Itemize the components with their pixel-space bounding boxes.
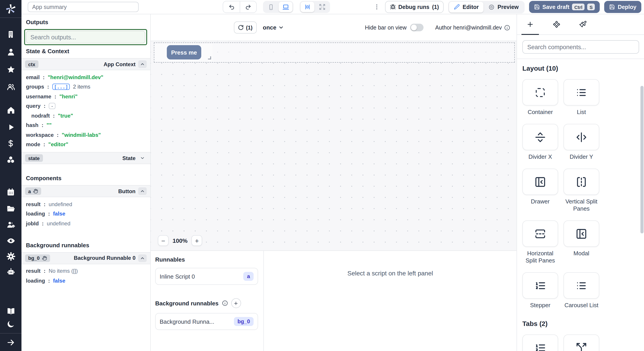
calendar-icon[interactable] bbox=[6, 187, 16, 197]
save-draft-button[interactable]: Save draft Ctrl S bbox=[529, 1, 600, 13]
building-icon[interactable] bbox=[6, 30, 16, 39]
chevron-up-icon bbox=[140, 62, 145, 66]
component-card-modal[interactable]: Modal bbox=[564, 220, 599, 264]
component-card-list[interactable]: List bbox=[564, 79, 599, 116]
center-layout-button[interactable] bbox=[300, 2, 314, 12]
ctx-section-header[interactable]: ctx App Context bbox=[22, 58, 150, 70]
search-components-input[interactable] bbox=[522, 40, 639, 54]
state-badge: state bbox=[25, 154, 43, 162]
info-icon bbox=[504, 24, 510, 31]
dollar-icon[interactable] bbox=[6, 138, 16, 148]
users-settings-icon[interactable] bbox=[6, 220, 16, 230]
editor-tab[interactable]: Editor bbox=[449, 2, 484, 12]
star-icon[interactable] bbox=[6, 64, 16, 74]
windmill-logo-icon[interactable] bbox=[5, 3, 16, 15]
eye-icon[interactable] bbox=[6, 236, 16, 246]
info-icon bbox=[222, 300, 228, 306]
inline-script-item[interactable]: Inline Script 0 a bbox=[155, 268, 258, 285]
state-context-heading: State & Context bbox=[26, 48, 146, 54]
components-heading: Components bbox=[26, 175, 146, 182]
deploy-button[interactable]: Deploy bbox=[604, 1, 641, 13]
play-icon[interactable] bbox=[6, 122, 16, 132]
resize-handle[interactable] bbox=[208, 56, 211, 60]
zoom-in-button[interactable]: + bbox=[192, 235, 202, 246]
book-open-icon[interactable] bbox=[6, 306, 16, 316]
divider-y-icon bbox=[576, 131, 587, 143]
bug-icon bbox=[390, 4, 396, 10]
chevron-up-icon bbox=[140, 256, 145, 260]
settings-gear-icon[interactable] bbox=[6, 251, 16, 261]
background-runnable-item[interactable]: Background Runna... bg_0 bbox=[155, 313, 258, 330]
debug-runs-button[interactable]: Debug runs (1) bbox=[385, 1, 444, 13]
home-icon[interactable] bbox=[6, 105, 16, 115]
component-card-divider-x[interactable]: Divider X bbox=[522, 124, 558, 160]
zoom-level: 100% bbox=[173, 237, 188, 244]
search-outputs-input[interactable] bbox=[26, 31, 145, 43]
script-id-badge: a bbox=[244, 272, 254, 281]
collapse-arrow-icon[interactable] bbox=[6, 338, 16, 348]
component-card-container[interactable]: Container bbox=[522, 79, 558, 116]
refresh-icon bbox=[238, 24, 244, 30]
preview-tab[interactable]: Preview bbox=[484, 2, 524, 12]
component-card-drawer[interactable]: Drawer bbox=[522, 168, 558, 212]
collapse-button-component[interactable] bbox=[138, 187, 147, 195]
users-icon[interactable] bbox=[6, 82, 16, 92]
component-card-tabs[interactable] bbox=[522, 334, 558, 351]
tab-insert-component[interactable] bbox=[517, 14, 544, 34]
kv-row: mode:"editor" bbox=[26, 140, 147, 149]
editor-preview-toggle: Editor Preview bbox=[448, 1, 524, 13]
selected-grid-row[interactable]: Press me bbox=[154, 42, 515, 62]
debug-runs-label: Debug runs bbox=[398, 4, 429, 10]
split-icon bbox=[576, 342, 587, 351]
bg-runnable-header[interactable]: bg_0 Background Runnable 0 bbox=[22, 252, 150, 264]
bg-runnable-entries: result:No items ([]) loading:false bbox=[22, 264, 150, 288]
component-card-divider-y[interactable]: Divider Y bbox=[564, 124, 599, 160]
folder-open-icon[interactable] bbox=[6, 204, 16, 213]
refresh-mode-dropdown[interactable]: once bbox=[263, 24, 284, 31]
component-card-horizontal-split[interactable]: Horizontal Split Panes bbox=[522, 220, 558, 264]
fullscreen-button[interactable] bbox=[315, 2, 329, 12]
right-panel-scrollbar[interactable] bbox=[640, 86, 644, 234]
tab-theme-styling[interactable] bbox=[570, 14, 596, 34]
refresh-button[interactable]: (1) bbox=[234, 22, 256, 34]
state-section-header[interactable]: state State bbox=[22, 152, 150, 164]
expand-object-button[interactable]: - bbox=[48, 103, 56, 109]
collapse-bg-runnable[interactable] bbox=[138, 254, 147, 262]
zoom-out-button[interactable]: − bbox=[158, 235, 168, 246]
section-layout-heading: Layout (10) bbox=[522, 64, 639, 72]
component-card-conditional-tabs[interactable] bbox=[564, 334, 599, 351]
button-component-header[interactable]: a Button bbox=[22, 185, 150, 197]
app-summary-input[interactable] bbox=[28, 2, 139, 12]
tab-component-settings[interactable] bbox=[544, 14, 570, 34]
plus-icon bbox=[234, 301, 238, 306]
component-card-stepper[interactable]: Stepper bbox=[522, 272, 558, 309]
chevron-up-icon bbox=[140, 189, 145, 194]
collapse-ctx-button[interactable] bbox=[138, 60, 147, 68]
more-menu-icon[interactable] bbox=[373, 4, 380, 10]
press-me-button[interactable]: Press me bbox=[167, 45, 201, 60]
user-icon[interactable] bbox=[6, 47, 16, 57]
hide-bar-toggle[interactable] bbox=[410, 24, 424, 31]
kv-row: jobId:undefined bbox=[26, 219, 147, 228]
paintbrush-icon bbox=[579, 20, 587, 28]
bg-runnable-id-badge: bg_0 bbox=[25, 254, 50, 262]
expand-state-button[interactable] bbox=[138, 154, 147, 162]
canvas-header: (1) once Hide bar on view Author henri@w… bbox=[151, 14, 516, 41]
component-card-carousel-list[interactable]: Carousel List bbox=[564, 272, 599, 309]
component-card-vertical-split[interactable]: Vertical Split Panes bbox=[564, 168, 599, 212]
button-component-cell[interactable]: Press me bbox=[155, 44, 212, 61]
redo-button[interactable] bbox=[240, 1, 256, 12]
add-background-runnable-button[interactable] bbox=[231, 298, 241, 308]
horizontal-split-icon bbox=[534, 228, 546, 240]
app-canvas[interactable]: Press me − 100% + bbox=[151, 41, 516, 250]
state-label: State bbox=[122, 155, 136, 161]
mobile-view-button[interactable] bbox=[264, 2, 278, 12]
expand-array-button[interactable]: [...] bbox=[52, 84, 70, 90]
dark-mode-moon-icon[interactable] bbox=[6, 319, 16, 329]
pencil-icon bbox=[454, 4, 460, 10]
desktop-view-button[interactable] bbox=[278, 2, 292, 12]
undo-button[interactable] bbox=[223, 1, 240, 12]
runnables-title: Runnables bbox=[155, 256, 258, 263]
bot-icon[interactable] bbox=[6, 267, 16, 277]
boxes-icon[interactable] bbox=[6, 155, 16, 165]
